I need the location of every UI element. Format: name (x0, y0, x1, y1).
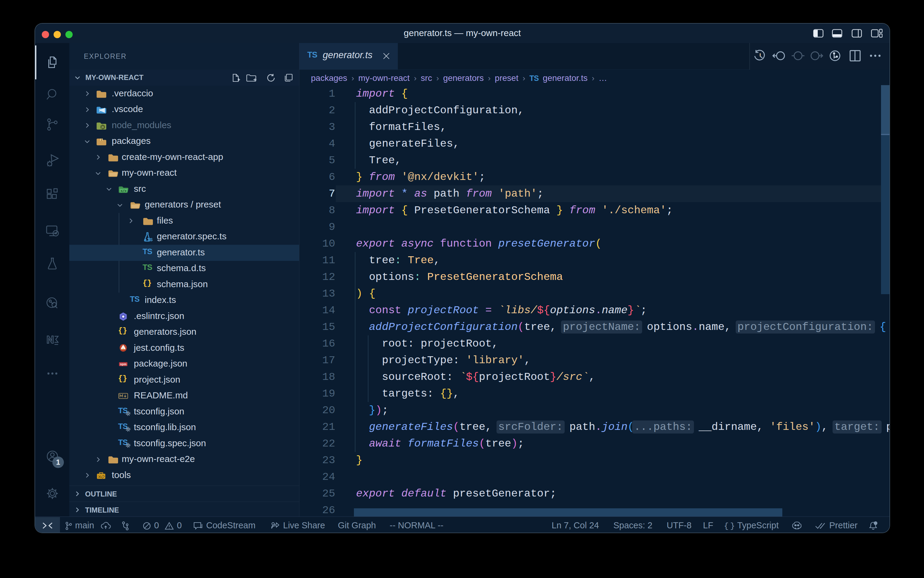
svg-text:</>: </> (121, 189, 126, 193)
svg-text:TS: TS (147, 237, 153, 242)
svg-text:npm: npm (120, 363, 126, 366)
svg-text:js: js (102, 125, 104, 128)
